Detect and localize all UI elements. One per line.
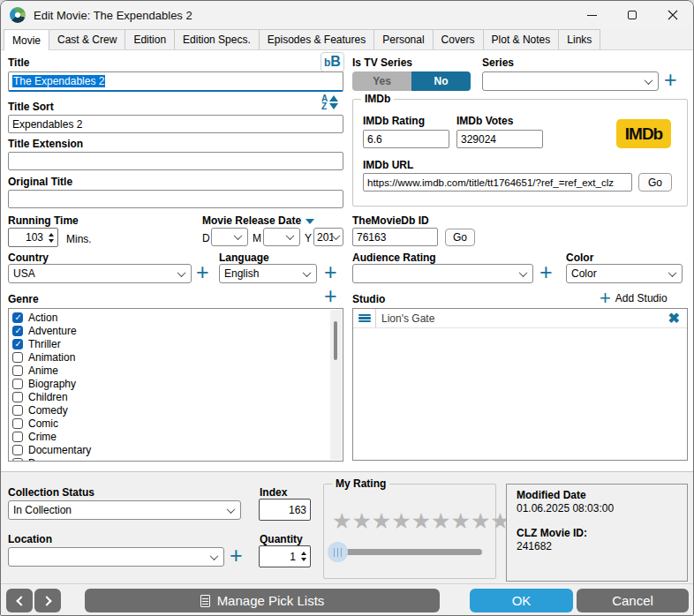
running-time-spin-buttons[interactable]: [46, 233, 56, 243]
index-input[interactable]: [259, 499, 311, 521]
rating-stars[interactable]: ★★★★★★★★★★: [332, 508, 530, 534]
minimize-button[interactable]: [571, 1, 612, 29]
rating-slider-track[interactable]: [337, 549, 482, 555]
tab-edition-specs[interactable]: Edition Specs.: [174, 29, 260, 49]
release-date-m-label: M: [253, 232, 261, 244]
window-controls: [571, 1, 693, 29]
add-audience-rating-button[interactable]: +: [539, 262, 553, 282]
collection-status-dropdown[interactable]: In Collection: [8, 500, 241, 520]
release-date-month-dropdown[interactable]: [263, 228, 300, 246]
title-extension-input[interactable]: [8, 152, 343, 170]
next-movie-button[interactable]: [34, 589, 61, 612]
sort-az-icon[interactable]: AZ: [321, 94, 338, 110]
checkbox-icon[interactable]: [12, 379, 23, 389]
drag-handle[interactable]: [353, 309, 376, 327]
genre-item[interactable]: Animation: [9, 350, 343, 364]
studio-item[interactable]: Lion's Gate ✖: [353, 309, 687, 328]
quantity-stepper[interactable]: 1: [259, 545, 311, 567]
checkbox-icon[interactable]: [12, 445, 23, 455]
tmdb-go-button[interactable]: Go: [445, 229, 475, 246]
remove-studio-icon[interactable]: ✖: [668, 312, 687, 326]
checkbox-icon[interactable]: [12, 365, 23, 376]
series-dropdown[interactable]: [482, 71, 659, 91]
add-studio-button[interactable]: + Add Studio: [600, 290, 668, 306]
running-time-stepper[interactable]: 103: [8, 228, 58, 247]
add-studio-label: Add Studio: [615, 292, 668, 304]
clz-movie-id-label: CLZ Movie ID:: [517, 527, 587, 539]
release-date-year-dropdown[interactable]: 2012: [313, 228, 343, 246]
close-button[interactable]: [653, 1, 693, 29]
tab-personal[interactable]: Personal: [373, 29, 433, 49]
imdb-go-button[interactable]: Go: [638, 173, 672, 192]
capitalize-bB-icon[interactable]: bB: [321, 52, 344, 72]
tab-links[interactable]: Links: [558, 29, 600, 49]
language-label: Language: [219, 252, 269, 264]
chevron-down-icon: [227, 505, 236, 514]
rating-slider-thumb[interactable]: [328, 542, 348, 562]
checkbox-icon[interactable]: [12, 405, 23, 416]
genre-item[interactable]: Crime: [9, 430, 343, 443]
checkbox-icon[interactable]: [12, 312, 23, 323]
tab-movie[interactable]: Movie: [4, 29, 49, 50]
chevron-down-icon: [286, 231, 295, 240]
checkbox-icon[interactable]: [12, 418, 23, 429]
add-country-button[interactable]: +: [196, 262, 209, 282]
previous-movie-button[interactable]: [6, 589, 33, 612]
genre-item[interactable]: Comic: [9, 417, 343, 430]
country-dropdown[interactable]: USA: [8, 264, 192, 283]
genre-item[interactable]: Anime: [9, 364, 343, 377]
tv-series-yes-button[interactable]: Yes: [352, 71, 411, 91]
title-sort-input[interactable]: [8, 115, 343, 133]
location-dropdown[interactable]: [8, 547, 224, 567]
spin-down-icon: [49, 239, 54, 243]
language-dropdown[interactable]: English: [219, 264, 317, 283]
genre-item[interactable]: Adventure: [9, 324, 343, 337]
checkbox-icon[interactable]: [12, 392, 23, 402]
title-input[interactable]: The Expendables 2: [8, 71, 343, 92]
manage-pick-lists-button[interactable]: Manage Pick Lists: [85, 589, 440, 612]
tab-covers[interactable]: Covers: [433, 29, 484, 49]
genre-item[interactable]: Thriller: [9, 337, 343, 350]
cancel-button[interactable]: Cancel: [577, 589, 689, 612]
genre-item[interactable]: Documentary: [9, 443, 343, 456]
tab-bar: Movie Cast & Crew Edition Edition Specs.…: [1, 29, 693, 50]
imdb-url-input[interactable]: [363, 173, 632, 192]
original-title-input[interactable]: [8, 190, 343, 208]
running-time-unit: Mins.: [66, 233, 92, 245]
imdb-logo: IMDb: [616, 119, 671, 148]
tab-cast-crew[interactable]: Cast & Crew: [49, 29, 125, 49]
quantity-spin-buttons[interactable]: [298, 552, 308, 561]
checkbox-icon[interactable]: [12, 326, 23, 336]
checkbox-icon[interactable]: [12, 432, 23, 442]
genre-item[interactable]: Drama: [9, 456, 343, 462]
checkbox-icon[interactable]: [12, 339, 23, 349]
add-series-button[interactable]: +: [664, 70, 677, 89]
checkbox-icon[interactable]: [12, 352, 23, 363]
color-dropdown[interactable]: Color: [566, 264, 683, 283]
imdb-votes-input[interactable]: [456, 130, 543, 148]
audience-rating-dropdown[interactable]: [352, 264, 533, 283]
genre-item[interactable]: Comedy: [9, 403, 343, 417]
checkbox-icon[interactable]: [12, 458, 23, 462]
genre-scrollbar-thumb[interactable]: [334, 321, 337, 360]
genre-item[interactable]: Children: [9, 390, 343, 403]
maximize-button[interactable]: [612, 1, 653, 29]
tv-series-no-button[interactable]: No: [411, 71, 471, 91]
release-date-menu-icon[interactable]: [306, 219, 314, 224]
add-language-button[interactable]: +: [324, 262, 337, 282]
release-date-day-dropdown[interactable]: [211, 228, 248, 246]
add-location-button[interactable]: +: [230, 545, 243, 565]
tab-edition[interactable]: Edition: [124, 29, 175, 49]
imdb-rating-input[interactable]: [363, 130, 449, 148]
collection-status-label: Collection Status: [8, 486, 94, 499]
tab-episodes-features[interactable]: Episodes & Features: [259, 29, 374, 49]
tmdb-id-input[interactable]: [352, 228, 438, 246]
add-genre-button[interactable]: +: [324, 286, 337, 305]
release-date-label: Movie Release Date: [202, 214, 314, 227]
my-rating-label: My Rating: [332, 477, 389, 490]
genre-item[interactable]: Biography: [9, 377, 343, 390]
tab-plot-notes[interactable]: Plot & Notes: [483, 29, 560, 49]
genre-item[interactable]: Action: [9, 311, 343, 324]
genre-scrollbar[interactable]: [330, 310, 342, 460]
ok-button[interactable]: OK: [470, 589, 573, 612]
